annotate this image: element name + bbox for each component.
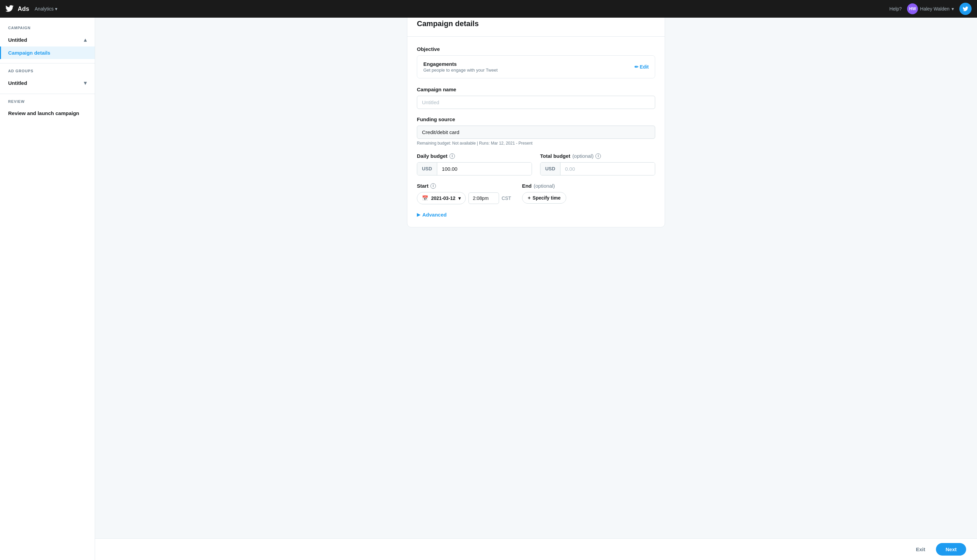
top-navigation: Ads Analytics ▾ Help? HW Haley Walden ▾ xyxy=(0,0,977,18)
start-label: Start i xyxy=(417,183,511,189)
brand-name: Ads xyxy=(18,5,29,13)
funding-helper-text: Remaining budget: Not available | Runs: … xyxy=(417,141,655,146)
campaign-name-group: Campaign name xyxy=(417,87,655,109)
plus-icon: + xyxy=(528,195,530,201)
objective-section: Objective Engagements Get people to enga… xyxy=(417,46,655,78)
end-group: End (optional) + Specify time xyxy=(522,183,567,203)
sidebar-item-campaign-details[interactable]: Campaign details xyxy=(0,47,95,59)
datetime-row: Start i 📅 2021-03-12 ▾ CST xyxy=(417,183,655,204)
analytics-menu[interactable]: Analytics ▾ xyxy=(35,6,57,12)
objective-text: Engagements Get people to engage with yo… xyxy=(423,61,498,73)
ad-groups-section-label: AD GROUPS xyxy=(0,69,95,73)
funding-source-input[interactable] xyxy=(417,125,655,139)
end-label: End (optional) xyxy=(522,183,567,189)
budget-row: Daily budget i USD Total budget (optiona… xyxy=(417,153,655,175)
review-section-label: REVIEW xyxy=(0,100,95,103)
campaign-section-label: CAMPAIGN xyxy=(0,26,95,30)
advanced-toggle-button[interactable]: ▶ Advanced xyxy=(417,212,447,218)
main-content: Campaign details Objective Engagements G… xyxy=(95,0,977,255)
edit-objective-link[interactable]: ✏ Edit xyxy=(634,64,649,70)
edit-pencil-icon: ✏ xyxy=(634,64,639,70)
chevron-down-icon: ▾ xyxy=(458,195,461,201)
sidebar-item-review[interactable]: Review and launch campaign xyxy=(0,107,95,120)
chevron-up-icon xyxy=(84,37,87,43)
help-link[interactable]: Help? xyxy=(889,6,902,12)
total-budget-group: Total budget (optional) i USD xyxy=(540,153,655,175)
total-budget-label: Total budget (optional) i xyxy=(540,153,655,159)
twitter-logo xyxy=(5,4,13,13)
card-body: Objective Engagements Get people to enga… xyxy=(407,37,665,227)
start-timezone: CST xyxy=(502,195,511,201)
total-budget-input-wrap: USD xyxy=(540,162,655,175)
user-menu[interactable]: HW Haley Walden ▾ xyxy=(907,3,954,14)
total-budget-input[interactable] xyxy=(560,163,655,175)
avatar: HW xyxy=(907,3,918,14)
daily-budget-input-wrap: USD xyxy=(417,162,532,175)
compose-button[interactable] xyxy=(959,3,972,15)
campaign-name-input[interactable] xyxy=(417,96,655,109)
funding-source-group: Funding source Remaining budget: Not ava… xyxy=(417,117,655,146)
calendar-icon: 📅 xyxy=(422,195,428,201)
arrow-right-icon: ▶ xyxy=(417,212,420,217)
objective-label: Objective xyxy=(417,46,655,52)
chevron-down-icon xyxy=(84,80,87,86)
sidebar-item-campaign[interactable]: Untitled xyxy=(0,33,95,47)
specify-time-button[interactable]: + Specify time xyxy=(522,192,567,203)
sidebar-divider xyxy=(0,63,95,63)
daily-budget-currency: USD xyxy=(417,163,437,175)
sidebar-item-adgroup[interactable]: Untitled xyxy=(0,77,95,90)
daily-budget-input[interactable] xyxy=(437,163,532,175)
end-inputs: + Specify time xyxy=(522,192,567,203)
start-date-picker[interactable]: 📅 2021-03-12 ▾ xyxy=(417,192,466,204)
card-title: Campaign details xyxy=(417,19,655,28)
daily-budget-label: Daily budget i xyxy=(417,153,532,159)
objective-title: Engagements xyxy=(423,61,498,67)
campaign-details-card: Campaign details Objective Engagements G… xyxy=(407,11,665,227)
daily-budget-info-icon[interactable]: i xyxy=(450,153,455,159)
objective-subtitle: Get people to engage with your Tweet xyxy=(423,68,498,73)
campaign-name-label: Campaign name xyxy=(417,87,655,92)
start-inputs: 📅 2021-03-12 ▾ CST xyxy=(417,192,511,204)
sidebar: CAMPAIGN Untitled Campaign details AD GR… xyxy=(0,18,95,255)
total-budget-currency: USD xyxy=(540,163,560,175)
objective-box: Engagements Get people to engage with yo… xyxy=(417,55,655,78)
start-group: Start i 📅 2021-03-12 ▾ CST xyxy=(417,183,511,204)
start-time-input[interactable] xyxy=(468,192,499,204)
daily-budget-group: Daily budget i USD xyxy=(417,153,532,175)
total-budget-info-icon[interactable]: i xyxy=(595,153,601,159)
start-info-icon[interactable]: i xyxy=(430,183,436,189)
funding-source-label: Funding source xyxy=(417,117,655,122)
